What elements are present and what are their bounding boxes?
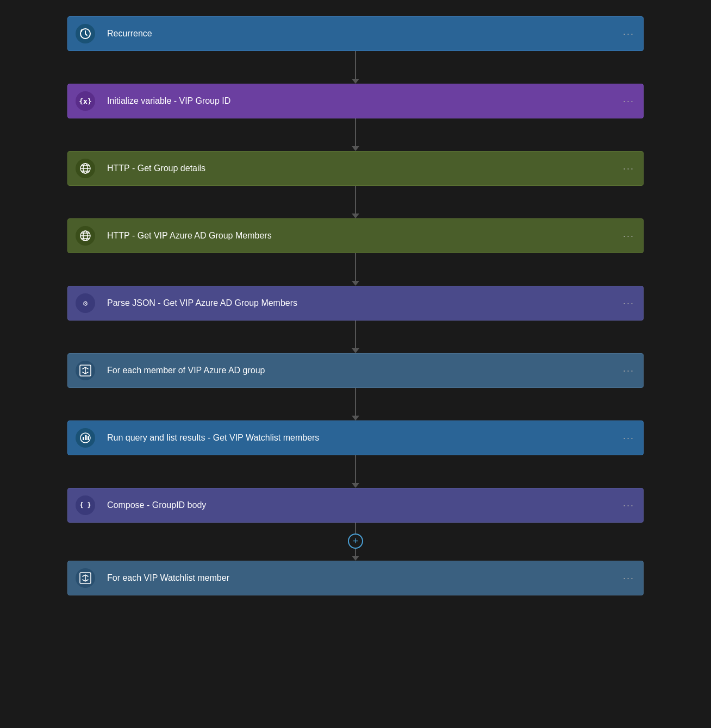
connector-7 bbox=[352, 455, 359, 488]
http-globe-icon-2 bbox=[76, 226, 95, 246]
connector-line-7 bbox=[355, 455, 356, 484]
node-foreach-watchlist[interactable]: For each VIP Watchlist member ··· bbox=[67, 561, 644, 595]
connector-arrow-plus bbox=[352, 556, 359, 561]
node-menu-foreach1[interactable]: ··· bbox=[614, 365, 643, 376]
connector-line-4 bbox=[355, 253, 356, 281]
node-icon-area-http2 bbox=[68, 219, 103, 253]
node-menu-http2[interactable]: ··· bbox=[614, 230, 643, 242]
node-icon-area-foreach1 bbox=[68, 354, 103, 387]
connector-arrow-6 bbox=[352, 416, 359, 421]
node-label-query: Run query and list results - Get VIP Wat… bbox=[103, 433, 614, 443]
connector-2 bbox=[352, 118, 359, 151]
connector-plus: + bbox=[348, 523, 363, 561]
node-label-recurrence: Recurrence bbox=[103, 29, 614, 39]
connector-arrow-2 bbox=[352, 146, 359, 151]
variable-icon: {x} bbox=[76, 91, 95, 111]
node-compose[interactable]: { } Compose - GroupID body ··· bbox=[67, 488, 644, 523]
foreach-icon-1 bbox=[76, 361, 95, 380]
node-menu-compose[interactable]: ··· bbox=[614, 500, 643, 511]
node-menu-http1[interactable]: ··· bbox=[614, 163, 643, 174]
node-label-init-var: Initialize variable - VIP Group ID bbox=[103, 96, 614, 106]
node-label-parse: Parse JSON - Get VIP Azure AD Group Memb… bbox=[103, 298, 614, 308]
node-menu-foreach2[interactable]: ··· bbox=[614, 573, 643, 584]
node-http-get-members[interactable]: HTTP - Get VIP Azure AD Group Members ··… bbox=[67, 218, 644, 253]
connector-line-1 bbox=[355, 51, 356, 79]
node-icon-area-recurrence bbox=[68, 17, 103, 51]
node-menu-parse[interactable]: ··· bbox=[614, 298, 643, 309]
node-icon-area-foreach2 bbox=[68, 561, 103, 595]
node-label-http2: HTTP - Get VIP Azure AD Group Members bbox=[103, 231, 614, 241]
connector-arrow-4 bbox=[352, 281, 359, 286]
foreach-icon-2 bbox=[76, 568, 95, 588]
connector-line-6 bbox=[355, 388, 356, 416]
node-label-compose: Compose - GroupID body bbox=[103, 500, 614, 510]
connector-line-2 bbox=[355, 118, 356, 147]
svg-rect-14 bbox=[83, 437, 84, 440]
svg-rect-15 bbox=[85, 435, 87, 440]
node-label-http1: HTTP - Get Group details bbox=[103, 164, 614, 173]
node-icon-area-parse: ⚙ bbox=[68, 286, 103, 320]
node-icon-area-compose: { } bbox=[68, 488, 103, 522]
connector-arrow-5 bbox=[352, 348, 359, 353]
node-menu-init-var[interactable]: ··· bbox=[614, 96, 643, 107]
connector-1 bbox=[352, 51, 359, 84]
node-icon-area-query bbox=[68, 421, 103, 455]
clock-icon bbox=[76, 24, 95, 43]
connector-line-bottom bbox=[355, 549, 356, 556]
node-foreach-vip-ad[interactable]: For each member of VIP Azure AD group ··… bbox=[67, 353, 644, 388]
node-recurrence[interactable]: Recurrence ··· bbox=[67, 16, 644, 51]
http-globe-icon-1 bbox=[76, 159, 95, 178]
node-init-var[interactable]: {x} Initialize variable - VIP Group ID ·… bbox=[67, 84, 644, 118]
connector-arrow-7 bbox=[352, 483, 359, 488]
flow-container: Recurrence ··· {x} Initialize variable -… bbox=[67, 16, 644, 595]
connector-line-3 bbox=[355, 186, 356, 214]
connector-6 bbox=[352, 388, 359, 421]
node-label-foreach2: For each VIP Watchlist member bbox=[103, 573, 614, 583]
connector-4 bbox=[352, 253, 359, 286]
node-label-foreach1: For each member of VIP Azure AD group bbox=[103, 366, 614, 375]
svg-rect-16 bbox=[88, 436, 89, 440]
connector-line-5 bbox=[355, 321, 356, 349]
connector-3 bbox=[352, 186, 359, 218]
node-icon-area-init-var: {x} bbox=[68, 84, 103, 118]
add-step-button[interactable]: + bbox=[348, 534, 363, 549]
connector-line-top bbox=[355, 523, 356, 534]
compose-icon: { } bbox=[76, 495, 95, 515]
node-run-query[interactable]: Run query and list results - Get VIP Wat… bbox=[67, 421, 644, 455]
parse-json-icon: ⚙ bbox=[76, 293, 95, 313]
node-icon-area-http1 bbox=[68, 152, 103, 185]
connector-arrow-1 bbox=[352, 79, 359, 84]
connector-arrow-3 bbox=[352, 214, 359, 218]
run-query-icon bbox=[76, 428, 95, 448]
node-menu-recurrence[interactable]: ··· bbox=[614, 28, 643, 40]
node-http-get-group[interactable]: HTTP - Get Group details ··· bbox=[67, 151, 644, 186]
node-parse-json[interactable]: ⚙ Parse JSON - Get VIP Azure AD Group Me… bbox=[67, 286, 644, 321]
connector-5 bbox=[352, 321, 359, 353]
node-menu-query[interactable]: ··· bbox=[614, 432, 643, 444]
